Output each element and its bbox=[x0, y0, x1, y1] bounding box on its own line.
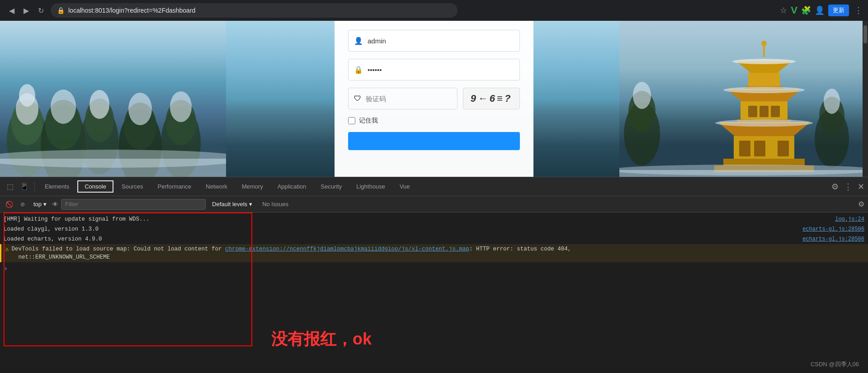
context-dropdown-icon: ▾ bbox=[43, 201, 47, 208]
svg-point-15 bbox=[170, 91, 192, 122]
no-issues-badge[interactable]: No Issues bbox=[259, 200, 292, 208]
password-input[interactable] bbox=[368, 66, 514, 74]
console-text-claygl: Loaded claygl, version 1.3.0 bbox=[4, 225, 797, 233]
console-source-claygl[interactable]: echarts-gl.js:28506 bbox=[802, 225, 864, 233]
tab-security[interactable]: Security bbox=[314, 180, 348, 193]
grammarly-icon[interactable]: V bbox=[791, 5, 797, 16]
tab-performance[interactable]: Performance bbox=[151, 180, 198, 193]
captcha-row: 🛡 9←6≡? bbox=[348, 88, 520, 109]
devtools-close-icon[interactable]: ✕ bbox=[858, 182, 864, 192]
username-field[interactable]: 👤 bbox=[348, 30, 520, 52]
login-button[interactable] bbox=[348, 132, 520, 150]
log-levels-dropdown-icon: ▾ bbox=[249, 201, 252, 208]
remember-label: 记住我 bbox=[359, 117, 378, 125]
lock-field-icon: 🔒 bbox=[354, 66, 363, 74]
console-clear-icon[interactable]: ⊘ bbox=[17, 199, 28, 210]
console-line-warning: ⚠ DevTools failed to load source map: Co… bbox=[0, 244, 868, 262]
remember-row: 记住我 bbox=[348, 117, 520, 125]
browser-chrome: ◀ ▶ ↻ 🔒 localhost:8013/login?redirect=%2… bbox=[0, 0, 868, 21]
svg-point-23 bbox=[824, 89, 840, 114]
log-levels-button[interactable]: Default levels ▾ bbox=[208, 200, 256, 208]
extensions-icon[interactable]: 🧩 bbox=[801, 5, 811, 15]
prompt-symbol: › bbox=[4, 264, 8, 273]
tab-sources[interactable]: Sources bbox=[115, 180, 150, 193]
devtools-device-icon[interactable]: 📱 bbox=[18, 180, 31, 193]
svg-point-46 bbox=[723, 87, 805, 93]
tab-lighthouse[interactable]: Lighthouse bbox=[350, 180, 392, 193]
svg-point-49 bbox=[619, 165, 868, 175]
svg-rect-40 bbox=[739, 141, 750, 156]
console-line-echarts: Loaded echarts, version 4.9.0 echarts-gl… bbox=[0, 234, 868, 244]
user-field-icon: 👤 bbox=[354, 37, 363, 45]
svg-point-20 bbox=[633, 82, 651, 109]
captcha-input[interactable] bbox=[366, 95, 452, 103]
live-expression-icon[interactable]: 👁 bbox=[52, 201, 58, 208]
console-filter-input[interactable] bbox=[61, 199, 206, 210]
webpage-area: 👤 🔒 🛡 9←6≡? 记住我 bbox=[0, 21, 868, 177]
console-content-wrapper: [HMR] Waiting for update signal from WDS… bbox=[0, 212, 868, 373]
console-line-claygl: Loaded claygl, version 1.3.0 echarts-gl.… bbox=[0, 224, 868, 234]
console-text-echarts: Loaded echarts, version 4.9.0 bbox=[4, 235, 797, 243]
console-prompt[interactable]: › bbox=[0, 262, 868, 274]
svg-rect-33 bbox=[748, 106, 757, 117]
background-left bbox=[0, 21, 226, 177]
svg-point-17 bbox=[0, 150, 226, 168]
webpage-scrollbar[interactable] bbox=[863, 21, 868, 177]
svg-rect-35 bbox=[771, 106, 780, 117]
csdn-watermark: CSDN @四季人06 bbox=[811, 360, 859, 368]
captcha-image[interactable]: 9←6≡? bbox=[463, 88, 520, 109]
annotation-text: 没有报红，ok bbox=[271, 328, 372, 350]
svg-rect-41 bbox=[754, 141, 765, 156]
console-settings-icon[interactable]: ⚙ bbox=[858, 200, 864, 208]
profile-icon[interactable]: 👤 bbox=[815, 5, 825, 15]
context-selector[interactable]: top ▾ bbox=[31, 200, 49, 208]
address-bar[interactable]: 🔒 localhost:8013/login?redirect=%2Fdashb… bbox=[51, 3, 458, 18]
svg-point-47 bbox=[715, 119, 813, 127]
console-text-hmr: [HMR] Waiting for update signal from WDS… bbox=[4, 215, 830, 223]
tab-vue[interactable]: Vue bbox=[393, 180, 416, 193]
scrollbar-thumb[interactable] bbox=[863, 25, 867, 43]
console-text-warning: DevTools failed to load source map: Coul… bbox=[11, 245, 864, 261]
remember-checkbox[interactable] bbox=[348, 117, 355, 124]
tab-application[interactable]: Application bbox=[271, 180, 313, 193]
tab-elements[interactable]: Elements bbox=[38, 180, 75, 193]
console-source-echarts[interactable]: echarts-gl.js:28506 bbox=[802, 235, 864, 243]
svg-rect-42 bbox=[778, 141, 789, 156]
tab-memory[interactable]: Memory bbox=[236, 180, 269, 193]
refresh-button[interactable]: ↻ bbox=[34, 4, 47, 17]
lock-icon: 🔒 bbox=[57, 7, 65, 14]
tab-console[interactable]: Console bbox=[77, 180, 113, 193]
password-field[interactable]: 🔒 bbox=[348, 59, 520, 80]
svg-point-12 bbox=[128, 93, 152, 125]
svg-point-25 bbox=[761, 41, 767, 46]
browser-menu-icon[interactable]: ⋮ bbox=[854, 5, 863, 15]
devtools-tabs-bar: ⬚ 📱 Elements Console Sources Performance… bbox=[0, 177, 868, 196]
devtools-separator bbox=[34, 182, 35, 191]
captcha-field[interactable]: 🛡 bbox=[348, 88, 458, 109]
warning-triangle-icon: ⚠ bbox=[5, 245, 9, 253]
devtools-inspect-icon[interactable]: ⬚ bbox=[4, 180, 16, 193]
context-label: top bbox=[33, 201, 42, 208]
browser-actions: ☆ V 🧩 👤 更新 ⋮ bbox=[780, 5, 863, 16]
svg-point-3 bbox=[19, 84, 35, 107]
devtools-more-icon[interactable]: ⋮ bbox=[844, 182, 852, 192]
tab-network[interactable]: Network bbox=[199, 180, 234, 193]
console-toolbar: 🚫 ⊘ top ▾ 👁 Default levels ▾ No Issues ⚙ bbox=[0, 196, 868, 212]
nav-buttons: ◀ ▶ ↻ bbox=[5, 4, 47, 17]
login-panel: 👤 🔒 🛡 9←6≡? 记住我 bbox=[335, 21, 533, 177]
svg-point-45 bbox=[732, 59, 796, 64]
back-button[interactable]: ◀ bbox=[5, 4, 18, 17]
console-stop-icon[interactable]: 🚫 bbox=[4, 199, 14, 210]
update-button[interactable]: 更新 bbox=[828, 5, 849, 16]
forward-button[interactable]: ▶ bbox=[20, 4, 33, 17]
console-line-hmr: [HMR] Waiting for update signal from WDS… bbox=[0, 214, 868, 224]
url-text: localhost:8013/login?redirect=%2Fdashboa… bbox=[68, 7, 195, 14]
login-form: 👤 🔒 🛡 9←6≡? 记住我 bbox=[335, 21, 533, 161]
background-right bbox=[619, 21, 868, 177]
bookmark-icon[interactable]: ☆ bbox=[780, 5, 787, 15]
console-source-hmr[interactable]: log.js:24 bbox=[835, 215, 864, 223]
console-output[interactable]: [HMR] Waiting for update signal from WDS… bbox=[0, 212, 868, 276]
username-input[interactable] bbox=[368, 37, 514, 45]
svg-point-6 bbox=[51, 90, 76, 124]
devtools-settings-icon[interactable]: ⚙ bbox=[831, 182, 839, 192]
